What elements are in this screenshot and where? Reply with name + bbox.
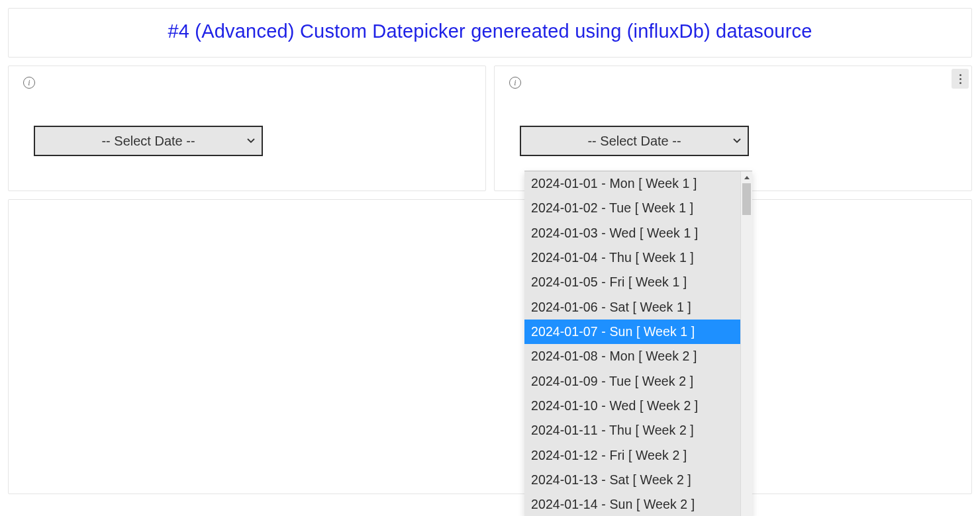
date-option[interactable]: 2024-01-03 - Wed [ Week 1 ] [524,221,740,245]
info-icon[interactable]: i [509,77,521,89]
date-option[interactable]: 2024-01-12 - Fri [ Week 2 ] [524,443,740,468]
listbox-scrollbar[interactable] [740,171,752,516]
date-option[interactable]: 2024-01-01 - Mon [ Week 1 ] [524,171,740,196]
kebab-icon [959,74,961,84]
date-option[interactable]: 2024-01-06 - Sat [ Week 1 ] [524,295,740,320]
panel-right-toolbar: i [509,75,957,90]
scroll-up-arrow-icon[interactable] [741,171,752,183]
header-row: #4 (Advanced) Custom Datepicker genereat… [8,8,972,58]
date-listbox-items: 2024-01-01 - Mon [ Week 1 ]2024-01-02 - … [524,171,740,516]
date-option[interactable]: 2024-01-11 - Thu [ Week 2 ] [524,418,740,443]
date-option[interactable]: 2024-01-04 - Thu [ Week 1 ] [524,245,740,270]
date-option[interactable]: 2024-01-13 - Sat [ Week 2 ] [524,468,740,492]
date-option[interactable]: 2024-01-08 - Mon [ Week 2 ] [524,344,740,368]
panel-bottom [8,199,972,494]
select-date-right-outer: -- Select Date -- [520,126,749,156]
select-date-left[interactable]: -- Select Date -- [34,126,263,156]
date-option[interactable]: 2024-01-10 - Wed [ Week 2 ] [524,394,740,418]
info-icon[interactable]: i [23,77,35,89]
date-option[interactable]: 2024-01-02 - Tue [ Week 1 ] [524,196,740,220]
panel-menu-button[interactable] [952,69,969,89]
select-date-left-wrap: -- Select Date -- [34,126,471,156]
select-date-left-outer: -- Select Date -- [34,126,263,156]
select-date-right[interactable]: -- Select Date -- [520,126,749,156]
scroll-track[interactable] [741,183,752,516]
date-option[interactable]: 2024-01-05 - Fri [ Week 1 ] [524,270,740,294]
panel-left: i -- Select Date -- [8,65,486,191]
panels-row: i -- Select Date -- i -- [8,65,972,191]
page-title: #4 (Advanced) Custom Datepicker genereat… [15,21,965,42]
scroll-thumb[interactable] [742,183,751,215]
date-option[interactable]: 2024-01-14 - Sun [ Week 2 ] [524,492,740,516]
date-option[interactable]: 2024-01-09 - Tue [ Week 2 ] [524,369,740,394]
date-option[interactable]: 2024-01-07 - Sun [ Week 1 ] [524,320,740,344]
select-date-right-wrap: -- Select Date -- [520,126,957,156]
panel-left-toolbar: i [23,75,471,90]
date-listbox: 2024-01-01 - Mon [ Week 1 ]2024-01-02 - … [524,171,752,516]
